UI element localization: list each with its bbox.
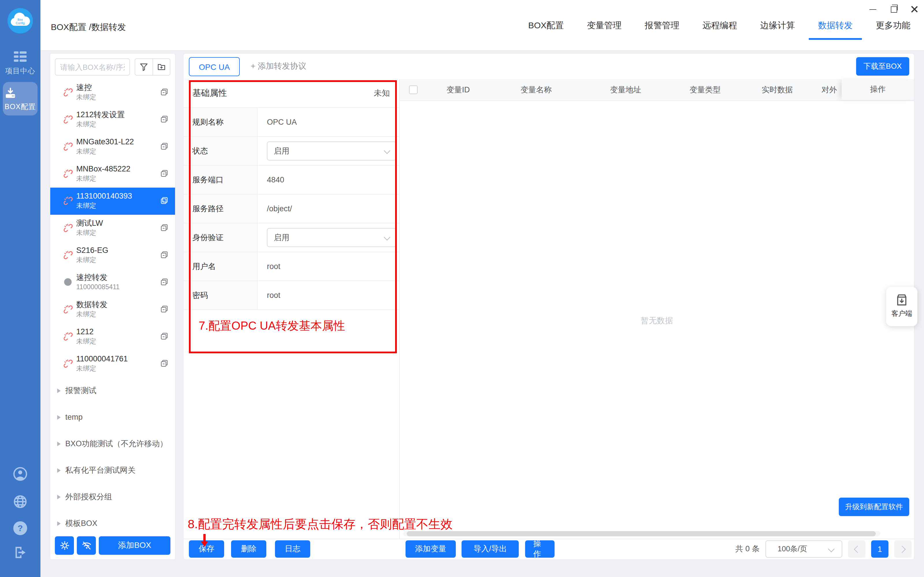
log-button[interactable]: 日志 <box>275 540 310 558</box>
box-list-item[interactable]: 数据转发未绑定 <box>50 296 175 323</box>
tab-alarm-management[interactable]: 报警管理 <box>645 19 679 32</box>
protocol-tabstrip: OPC UA + 添加转发协议 下载至BOX <box>184 54 914 80</box>
prev-page-button[interactable] <box>848 540 865 558</box>
caret-right-icon <box>57 521 61 526</box>
filter-funnel-icon <box>139 62 149 72</box>
settings-button[interactable] <box>55 536 74 555</box>
copy-icon[interactable] <box>160 169 169 178</box>
import-export-button[interactable]: 导入/导出 <box>462 540 519 558</box>
copy-icon[interactable] <box>160 196 169 205</box>
box-list-item[interactable]: 速控未绑定 <box>50 79 175 106</box>
search-input[interactable] <box>55 58 130 76</box>
box-list-item[interactable]: 1212未绑定 <box>50 323 175 350</box>
status-select[interactable]: 启用 <box>267 142 396 161</box>
sidebar-item-project-center[interactable]: 项目中心 <box>0 51 40 76</box>
select-all-checkbox[interactable] <box>409 85 417 94</box>
tab-more-functions[interactable]: 更多功能 <box>876 19 910 32</box>
chevron-left-icon <box>854 545 861 553</box>
globe-icon[interactable] <box>13 494 28 509</box>
close-button[interactable] <box>908 4 921 15</box>
delete-button[interactable]: 删除 <box>231 540 266 558</box>
column-realtime-data: 实时数据 <box>741 85 813 95</box>
current-page[interactable]: 1 <box>871 540 888 558</box>
box-list-item[interactable]: 速控转发110000085411 <box>50 269 175 296</box>
caret-right-icon <box>57 468 61 473</box>
operation-button[interactable]: 操作 <box>525 540 554 558</box>
user-avatar-icon[interactable] <box>13 466 28 482</box>
copy-icon[interactable] <box>160 278 169 286</box>
broken-link-icon <box>63 332 73 341</box>
apps-grid-icon <box>13 51 27 63</box>
group-row[interactable]: 报警测试 <box>50 377 175 404</box>
next-page-button[interactable] <box>894 540 911 558</box>
box-list-item-selected[interactable]: 1131000140393未绑定 <box>50 188 175 215</box>
rule-name-field[interactable]: OPC UA <box>258 108 399 136</box>
password-field[interactable]: root <box>258 281 399 309</box>
tab-variable-management[interactable]: 变量管理 <box>587 19 622 32</box>
list-tools <box>135 58 170 76</box>
download-to-box-button[interactable]: 下载至BOX <box>856 57 909 76</box>
add-box-button[interactable]: 添加BOX <box>99 536 170 555</box>
tab-remote-programming[interactable]: 远程编程 <box>703 19 737 32</box>
close-icon <box>911 6 918 13</box>
copy-icon[interactable] <box>160 332 169 341</box>
app-window: Box Config 项目中心 BOX配置 <box>0 0 924 577</box>
copy-icon[interactable] <box>160 251 169 259</box>
tab-data-forwarding[interactable]: 数据转发 <box>818 19 853 32</box>
caret-right-icon <box>57 415 61 420</box>
question-mark-glyph: ? <box>13 521 27 535</box>
copy-icon[interactable] <box>160 88 169 97</box>
add-protocol-button[interactable]: + 添加转发协议 <box>251 54 306 79</box>
sidebar-item-box-config[interactable]: BOX配置 <box>3 82 37 116</box>
broken-link-icon <box>63 305 73 314</box>
tab-edge-computing[interactable]: 边缘计算 <box>760 19 795 32</box>
box-list-item[interactable]: 测试LW未绑定 <box>50 215 175 242</box>
broken-link-icon <box>63 142 73 151</box>
service-port-field[interactable]: 4840 <box>258 166 399 194</box>
offline-dot-icon <box>64 278 72 286</box>
box-list-item[interactable]: 1212转发设置未绑定 <box>50 106 175 133</box>
app-logo[interactable]: Box Config <box>7 8 34 34</box>
offline-mode-button[interactable] <box>77 536 96 555</box>
annotation-step7: 7.配置OPC UA转发基本属性 <box>199 318 345 334</box>
box-list-item[interactable]: MNBox-485222未绑定 <box>50 161 175 188</box>
filter-button[interactable] <box>135 59 152 75</box>
column-variable-id: 变量ID <box>426 85 490 95</box>
tab-box-config[interactable]: BOX配置 <box>528 19 564 32</box>
authentication-select[interactable]: 启用 <box>267 228 396 247</box>
box-list-panel: 速控未绑定 1212转发设置未绑定 MNGate301-L22未绑定 MNBox… <box>50 53 176 560</box>
group-row[interactable]: 外部授权分组 <box>50 484 175 510</box>
box-list-item[interactable]: S216-EG未绑定 <box>50 242 175 269</box>
form-row-password: 密码 root <box>184 281 399 310</box>
minimize-button[interactable] <box>866 4 879 15</box>
box-list-item[interactable]: 110000041761未绑定 <box>50 350 175 377</box>
pagination: 共 0 条 100条/页 1 <box>735 540 911 558</box>
copy-icon[interactable] <box>160 142 169 151</box>
upgrade-config-button[interactable]: 升级到新配置软件 <box>839 498 909 516</box>
copy-icon[interactable] <box>160 115 169 124</box>
restore-button[interactable] <box>887 4 900 15</box>
group-row[interactable]: BXO功能测试（不允许移动） <box>50 431 175 457</box>
group-row[interactable]: 私有化平台测试网关 <box>50 457 175 484</box>
annotation-arrow-down <box>201 534 208 547</box>
group-row[interactable]: temp <box>50 404 175 431</box>
wifi-off-icon <box>81 540 92 551</box>
copy-icon[interactable] <box>160 359 169 368</box>
copy-icon[interactable] <box>160 305 169 313</box>
copy-icon[interactable] <box>160 223 169 232</box>
page-size-select[interactable]: 100条/页 <box>766 540 842 558</box>
caret-right-icon <box>57 495 61 500</box>
client-widget[interactable]: 客户端 <box>886 287 918 326</box>
service-path-field[interactable]: /object/ <box>258 195 399 223</box>
logout-icon[interactable] <box>13 545 28 560</box>
scrollbar-thumb[interactable] <box>407 531 876 536</box>
help-icon[interactable]: ? <box>13 521 28 536</box>
variables-table: 变量ID 变量名称 变量地址 变量类型 实时数据 对外 操作 暂无数据 升级到新… <box>399 79 914 539</box>
add-group-button[interactable] <box>152 59 170 75</box>
username-field[interactable]: root <box>258 252 399 280</box>
add-variable-button[interactable]: 添加变量 <box>405 540 456 558</box>
form-row-authentication: 身份验证 启用 <box>184 223 399 252</box>
group-row[interactable]: 模板BOX <box>50 510 175 537</box>
box-list-item[interactable]: MNGate301-L22未绑定 <box>50 133 175 161</box>
tab-opc-ua[interactable]: OPC UA <box>189 57 240 76</box>
